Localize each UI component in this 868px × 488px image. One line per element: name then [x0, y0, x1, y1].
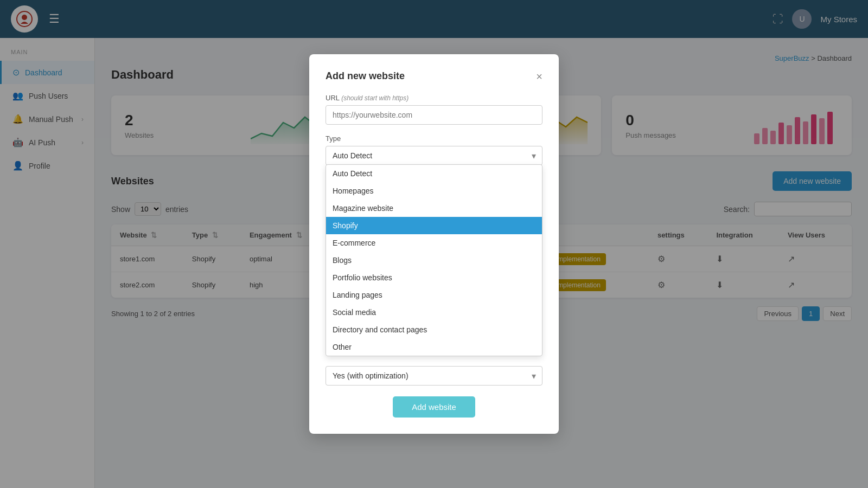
- dropdown-item-blogs[interactable]: Blogs: [326, 252, 542, 269]
- dropdown-item-homepages[interactable]: Homepages: [326, 182, 542, 200]
- url-form-group: URL (should start with https): [326, 94, 542, 125]
- optimization-select[interactable]: Yes (with optimization) No: [326, 366, 542, 386]
- dropdown-item-portfolio[interactable]: Portfolio websites: [326, 269, 542, 286]
- modal-close-button[interactable]: ×: [536, 71, 542, 82]
- type-dropdown-list: Auto Detect Homepages Magazine website S…: [326, 164, 542, 356]
- add-website-button[interactable]: Add website: [393, 396, 475, 418]
- optimization-form-group: Yes (with optimization) No: [326, 366, 542, 386]
- dropdown-item-magazine[interactable]: Magazine website: [326, 200, 542, 217]
- modal-add-website: Add new website × URL (should start with…: [309, 54, 559, 434]
- modal-overlay: Add new website × URL (should start with…: [0, 0, 868, 488]
- dropdown-item-directory[interactable]: Directory and contact pages: [326, 321, 542, 338]
- dropdown-item-auto-detect[interactable]: Auto Detect: [326, 165, 542, 182]
- dropdown-item-ecommerce[interactable]: E-commerce: [326, 234, 542, 252]
- modal-title: Add new website: [326, 70, 405, 82]
- modal-header: Add new website ×: [326, 70, 542, 82]
- type-form-group: Type Auto Detect Auto Detect Homepages M…: [326, 134, 542, 356]
- type-select[interactable]: Auto Detect: [326, 146, 542, 165]
- type-label: Type: [326, 134, 542, 143]
- optimization-select-wrapper: Yes (with optimization) No: [326, 366, 542, 386]
- url-input[interactable]: [326, 105, 542, 125]
- type-select-wrapper: Auto Detect: [326, 146, 542, 165]
- dropdown-item-social[interactable]: Social media: [326, 304, 542, 321]
- dropdown-item-other[interactable]: Other: [326, 338, 542, 356]
- dropdown-item-shopify[interactable]: Shopify: [326, 217, 542, 234]
- url-label: URL (should start with https): [326, 94, 542, 102]
- dropdown-item-landing[interactable]: Landing pages: [326, 286, 542, 304]
